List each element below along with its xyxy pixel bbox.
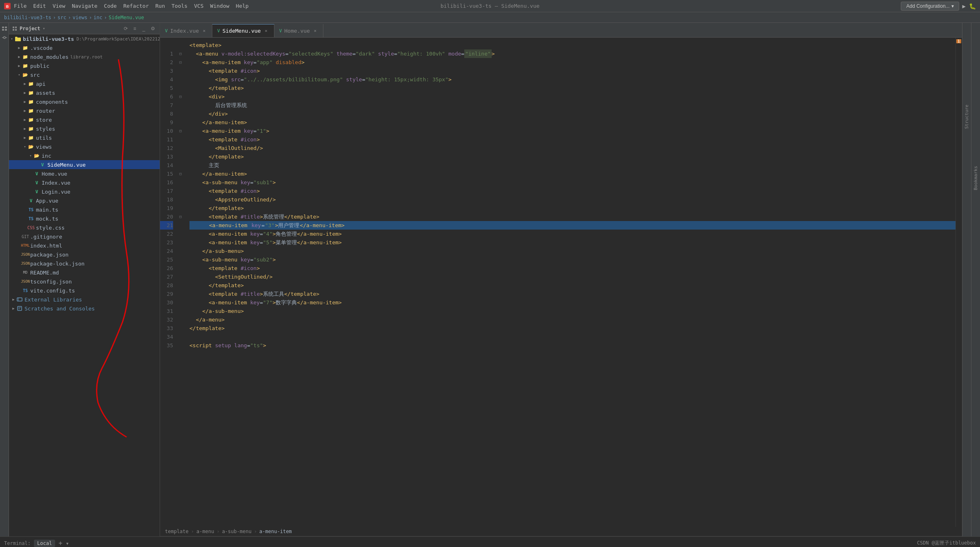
debug-icon[interactable]: 🐛 <box>969 3 976 9</box>
expand-arrow[interactable]: ▾ <box>9 37 15 41</box>
tree-item-stylecss[interactable]: ▶ CSS style.css <box>9 223 160 232</box>
menu-navigate[interactable]: Navigate <box>72 3 98 9</box>
tree-item-inc[interactable]: ▾ 📂 inc <box>9 151 160 160</box>
tree-item-store[interactable]: ▶ 📁 store <box>9 115 160 124</box>
bc-a-menu[interactable]: a-menu <box>196 529 214 534</box>
run-icon[interactable]: ▶ <box>962 3 966 9</box>
expand-arrow[interactable]: ▶ <box>22 127 28 131</box>
expand-arrow[interactable]: ▶ <box>11 306 16 310</box>
expand-arrow[interactable]: ▶ <box>22 82 28 86</box>
fold-indicator-9[interactable]: ⊟ <box>179 129 182 133</box>
tab-sidemenu[interactable]: V SideMenu.vue × <box>212 24 274 37</box>
tree-item-packagelockjson[interactable]: ▶ JSON package-lock.json <box>9 259 160 268</box>
tree-item-node-modules[interactable]: ▶ 📁 node_modules library.root <box>9 52 160 61</box>
tree-item-mockts[interactable]: ▶ TS mock.ts <box>9 214 160 223</box>
fold-indicator-2[interactable]: ⊟ <box>179 60 182 65</box>
menu-vcs[interactable]: VCS <box>194 3 203 9</box>
expand-arrow[interactable]: ▶ <box>22 100 28 104</box>
expand-arrow[interactable]: ▶ <box>22 91 28 95</box>
menu-run[interactable]: Run <box>156 3 165 9</box>
breadcrumb-views[interactable]: views <box>73 15 87 20</box>
expand-arrow[interactable]: ▶ <box>16 64 22 68</box>
expand-arrow[interactable]: ▶ <box>22 136 28 140</box>
bc-a-sub-menu[interactable]: a-sub-menu <box>222 529 252 534</box>
terminal-add-btn[interactable]: + <box>58 539 62 547</box>
menu-refactor[interactable]: Refactor <box>123 3 149 9</box>
expand-arrow[interactable]: ▶ <box>16 55 22 59</box>
menu-tools[interactable]: Tools <box>172 3 187 9</box>
tree-item-external-libs[interactable]: ▶ External Libraries <box>9 295 160 304</box>
breadcrumb-src[interactable]: src <box>58 15 67 20</box>
terminal-dropdown[interactable]: ▾ <box>66 540 69 547</box>
collapse-button[interactable]: ≡ <box>131 25 138 32</box>
tree-item-viteconfigts[interactable]: ▶ TS vite.config.ts <box>9 286 160 295</box>
tree-item-login[interactable]: ▶ V Login.vue <box>9 187 160 196</box>
tree-item-index[interactable]: ▶ V Index.vue <box>9 178 160 187</box>
tree-item-scratches[interactable]: ▶ Scratches and Consoles <box>9 304 160 313</box>
commit-icon[interactable] <box>0 33 9 42</box>
expand-arrow[interactable]: ▶ <box>22 118 28 122</box>
tree-item-utils[interactable]: ▶ 📁 utils <box>9 133 160 142</box>
tree-item-vscode[interactable]: ▶ 📁 .vscode <box>9 43 160 52</box>
breadcrumb-file[interactable]: SideMenu.vue <box>109 15 144 20</box>
structure-label[interactable]: Structure <box>964 105 969 129</box>
settings-button[interactable]: ⚙ <box>149 25 156 32</box>
tree-item-readme[interactable]: ▶ MD README.md <box>9 268 160 277</box>
project-icon[interactable] <box>0 25 9 33</box>
tab-close-index[interactable]: × <box>201 28 207 33</box>
breadcrumb-project[interactable]: bilibili-vue3-ts <box>4 15 51 20</box>
hide-button[interactable]: _ <box>140 25 147 32</box>
bc-template[interactable]: template <box>165 529 189 534</box>
menu-edit[interactable]: Edit <box>33 3 46 9</box>
tree-item-gitignore[interactable]: ▶ GIT .gitignore <box>9 232 160 241</box>
expand-arrow[interactable]: ▶ <box>11 297 16 301</box>
project-breadcrumb: bilibili-vue3-ts › src › views › inc › S… <box>0 12 980 23</box>
tree-item-public[interactable]: ▶ 📁 public <box>9 61 160 70</box>
expand-arrow[interactable]: ▶ <box>22 109 28 113</box>
tree-item-maints[interactable]: ▶ TS main.ts <box>9 205 160 214</box>
expand-arrow[interactable]: ▾ <box>22 145 28 149</box>
menu-code[interactable]: Code <box>104 3 117 9</box>
terminal-bar: Terminal: Local + ▾ CSDN @蓝匣子itbluebox <box>0 536 980 547</box>
tree-item-router[interactable]: ▶ 📁 router <box>9 106 160 115</box>
tree-item-app[interactable]: ▶ V App.vue <box>9 196 160 205</box>
sync-button[interactable]: ⟳ <box>122 25 129 32</box>
tree-item-home[interactable]: ▶ V Home.vue <box>9 169 160 178</box>
fold-indicator-1[interactable]: ⊟ <box>179 51 182 56</box>
tab-home[interactable]: V Home.vue × <box>274 24 323 37</box>
expand-arrow[interactable]: ▶ <box>16 46 22 50</box>
code-editor[interactable]: <template> <a-menu v-model:selectedKeys=… <box>185 38 956 527</box>
tree-item-src[interactable]: ▾ 📂 src <box>9 70 160 79</box>
tab-index[interactable]: V Index.vue × <box>160 24 212 37</box>
menu-view[interactable]: View <box>53 3 65 9</box>
tab-close-home[interactable]: × <box>312 28 318 33</box>
menu-file[interactable]: File <box>14 3 27 9</box>
tree-item-components[interactable]: ▶ 📁 components <box>9 97 160 106</box>
fold-indicator-5[interactable]: ⊟ <box>179 94 182 99</box>
tree-item-styles[interactable]: ▶ 📁 styles <box>9 124 160 133</box>
tree-item-indexhtml[interactable]: ▶ HTML index.html <box>9 241 160 250</box>
terminal-instance[interactable]: Local <box>34 540 55 547</box>
panel-dropdown-icon[interactable]: ▾ <box>43 26 45 31</box>
tree-item-root[interactable]: ▾ bilibili-vue3-ts D:\ProgramWorkSpace\I… <box>9 34 160 43</box>
menu-help[interactable]: Help <box>236 3 249 9</box>
tree-item-assets[interactable]: ▶ 📁 assets <box>9 88 160 97</box>
tree-item-sidemenu[interactable]: ▶ V SideMenu.vue <box>9 160 160 169</box>
add-configuration-button[interactable]: Add Configuration... ▾ <box>901 2 959 11</box>
fold-indicator-15[interactable]: ⊟ <box>179 172 182 176</box>
breadcrumb-inc[interactable]: inc <box>94 15 102 20</box>
expand-arrow[interactable]: ▾ <box>16 73 22 77</box>
tree-label-store: store <box>36 117 52 123</box>
tab-close-sidemenu[interactable]: × <box>263 28 269 34</box>
bc-a-menu-item[interactable]: a-menu-item <box>259 529 292 534</box>
tree-label-index: Index.vue <box>42 180 70 186</box>
tree-item-packagejson[interactable]: ▶ JSON package.json <box>9 250 160 259</box>
fold-indicator-20[interactable]: ⊟ <box>179 214 182 219</box>
expand-arrow[interactable]: ▾ <box>28 154 33 158</box>
tree-item-tsconfigjson[interactable]: ▶ JSON tsconfig.json <box>9 277 160 286</box>
bookmarks-label[interactable]: Bookmarks <box>973 166 978 190</box>
menu-window[interactable]: Window <box>210 3 229 9</box>
tree-item-views[interactable]: ▾ 📂 views <box>9 142 160 151</box>
title-bar: B File Edit View Navigate Code Refactor … <box>0 0 980 12</box>
tree-item-api[interactable]: ▶ 📁 api <box>9 79 160 88</box>
